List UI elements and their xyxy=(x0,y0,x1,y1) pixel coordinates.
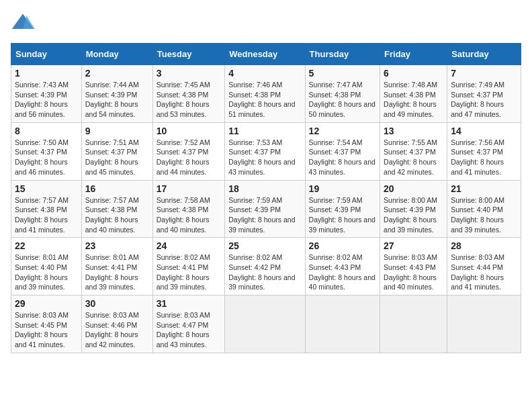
day-number: 31 xyxy=(157,298,222,309)
calendar-cell xyxy=(447,295,521,353)
calendar-cell: 8 Sunrise: 7:50 AM Sunset: 4:37 PM Dayli… xyxy=(11,122,82,180)
day-info: Sunrise: 8:03 AM Sunset: 4:46 PM Dayligh… xyxy=(85,310,149,350)
calendar-cell: 5 Sunrise: 7:47 AM Sunset: 4:38 PM Dayli… xyxy=(305,65,380,123)
day-info: Sunrise: 7:59 AM Sunset: 4:39 PM Dayligh… xyxy=(309,195,376,235)
day-info: Sunrise: 8:02 AM Sunset: 4:41 PM Dayligh… xyxy=(157,253,222,292)
calendar-cell: 12 Sunrise: 7:54 AM Sunset: 4:37 PM Dayl… xyxy=(305,122,380,180)
day-number: 22 xyxy=(15,240,78,251)
day-info: Sunrise: 8:02 AM Sunset: 4:42 PM Dayligh… xyxy=(228,253,301,292)
calendar-week-row: 15 Sunrise: 7:57 AM Sunset: 4:38 PM Dayl… xyxy=(11,180,521,238)
day-number: 13 xyxy=(384,126,443,136)
calendar-cell: 19 Sunrise: 7:59 AM Sunset: 4:39 PM Dayl… xyxy=(305,180,380,238)
weekday-header-monday: Monday xyxy=(81,44,152,65)
weekday-header-friday: Friday xyxy=(380,44,447,65)
calendar-table: SundayMondayTuesdayWednesdayThursdayFrid… xyxy=(11,43,521,353)
calendar-cell: 28 Sunrise: 8:03 AM Sunset: 4:44 PM Dayl… xyxy=(447,238,521,295)
day-number: 19 xyxy=(309,183,376,194)
day-number: 24 xyxy=(157,240,222,251)
calendar-week-row: 29 Sunrise: 8:03 AM Sunset: 4:45 PM Dayl… xyxy=(11,295,521,353)
calendar-cell: 24 Sunrise: 8:02 AM Sunset: 4:41 PM Dayl… xyxy=(152,238,225,295)
calendar-cell: 21 Sunrise: 8:00 AM Sunset: 4:40 PM Dayl… xyxy=(447,180,521,238)
day-number: 11 xyxy=(228,126,301,136)
calendar-cell: 13 Sunrise: 7:55 AM Sunset: 4:37 PM Dayl… xyxy=(380,122,447,180)
day-info: Sunrise: 7:58 AM Sunset: 4:38 PM Dayligh… xyxy=(157,195,222,235)
calendar-cell: 15 Sunrise: 7:57 AM Sunset: 4:38 PM Dayl… xyxy=(11,180,82,238)
calendar-cell: 25 Sunrise: 8:02 AM Sunset: 4:42 PM Dayl… xyxy=(225,238,305,295)
day-info: Sunrise: 7:51 AM Sunset: 4:37 PM Dayligh… xyxy=(85,138,149,177)
day-number: 28 xyxy=(451,240,517,251)
day-number: 5 xyxy=(309,68,376,79)
calendar-week-row: 8 Sunrise: 7:50 AM Sunset: 4:37 PM Dayli… xyxy=(11,122,521,180)
day-number: 18 xyxy=(228,183,301,194)
day-info: Sunrise: 7:50 AM Sunset: 4:37 PM Dayligh… xyxy=(15,138,78,177)
calendar-cell: 9 Sunrise: 7:51 AM Sunset: 4:37 PM Dayli… xyxy=(81,122,152,180)
day-info: Sunrise: 8:03 AM Sunset: 4:45 PM Dayligh… xyxy=(15,310,78,350)
day-number: 2 xyxy=(85,68,149,79)
logo-icon xyxy=(11,11,35,35)
calendar-cell: 26 Sunrise: 8:02 AM Sunset: 4:43 PM Dayl… xyxy=(305,238,380,295)
calendar-cell xyxy=(380,295,447,353)
calendar-cell: 6 Sunrise: 7:48 AM Sunset: 4:38 PM Dayli… xyxy=(380,65,447,123)
day-number: 6 xyxy=(384,68,443,79)
calendar-cell: 3 Sunrise: 7:45 AM Sunset: 4:38 PM Dayli… xyxy=(152,65,225,123)
day-number: 1 xyxy=(15,68,78,79)
day-info: Sunrise: 8:01 AM Sunset: 4:41 PM Dayligh… xyxy=(85,253,149,292)
day-number: 30 xyxy=(85,298,149,309)
calendar-cell: 16 Sunrise: 7:57 AM Sunset: 4:38 PM Dayl… xyxy=(81,180,152,238)
calendar-cell: 14 Sunrise: 7:56 AM Sunset: 4:37 PM Dayl… xyxy=(447,122,521,180)
day-info: Sunrise: 7:56 AM Sunset: 4:37 PM Dayligh… xyxy=(451,138,517,177)
calendar-cell: 1 Sunrise: 7:43 AM Sunset: 4:39 PM Dayli… xyxy=(11,65,82,123)
calendar-cell: 22 Sunrise: 8:01 AM Sunset: 4:40 PM Dayl… xyxy=(11,238,82,295)
day-number: 23 xyxy=(85,240,149,251)
calendar-week-row: 22 Sunrise: 8:01 AM Sunset: 4:40 PM Dayl… xyxy=(11,238,521,295)
calendar-week-row: 1 Sunrise: 7:43 AM Sunset: 4:39 PM Dayli… xyxy=(11,65,521,123)
calendar-cell: 20 Sunrise: 8:00 AM Sunset: 4:39 PM Dayl… xyxy=(380,180,447,238)
day-info: Sunrise: 7:52 AM Sunset: 4:37 PM Dayligh… xyxy=(157,138,222,177)
day-number: 15 xyxy=(15,183,78,194)
day-info: Sunrise: 7:57 AM Sunset: 4:38 PM Dayligh… xyxy=(85,195,149,235)
calendar-cell: 18 Sunrise: 7:59 AM Sunset: 4:39 PM Dayl… xyxy=(225,180,305,238)
logo xyxy=(11,11,38,35)
calendar-cell: 29 Sunrise: 8:03 AM Sunset: 4:45 PM Dayl… xyxy=(11,295,82,353)
day-info: Sunrise: 8:03 AM Sunset: 4:47 PM Dayligh… xyxy=(157,310,222,350)
day-number: 27 xyxy=(384,240,443,251)
calendar-cell: 30 Sunrise: 8:03 AM Sunset: 4:46 PM Dayl… xyxy=(81,295,152,353)
day-info: Sunrise: 7:59 AM Sunset: 4:39 PM Dayligh… xyxy=(228,195,301,235)
weekday-header-thursday: Thursday xyxy=(305,44,380,65)
day-number: 26 xyxy=(309,240,376,251)
weekday-header-sunday: Sunday xyxy=(11,44,82,65)
day-number: 17 xyxy=(157,183,222,194)
day-number: 29 xyxy=(15,298,78,309)
calendar-cell: 31 Sunrise: 8:03 AM Sunset: 4:47 PM Dayl… xyxy=(152,295,225,353)
day-info: Sunrise: 8:01 AM Sunset: 4:40 PM Dayligh… xyxy=(15,253,78,292)
day-number: 10 xyxy=(157,126,222,136)
day-info: Sunrise: 8:03 AM Sunset: 4:43 PM Dayligh… xyxy=(384,253,443,292)
calendar-cell: 23 Sunrise: 8:01 AM Sunset: 4:41 PM Dayl… xyxy=(81,238,152,295)
day-number: 9 xyxy=(85,126,149,136)
day-info: Sunrise: 7:45 AM Sunset: 4:38 PM Dayligh… xyxy=(157,80,222,120)
day-number: 21 xyxy=(451,183,517,194)
day-number: 4 xyxy=(228,68,301,79)
weekday-header-saturday: Saturday xyxy=(447,44,521,65)
weekday-header-wednesday: Wednesday xyxy=(225,44,305,65)
day-info: Sunrise: 7:49 AM Sunset: 4:37 PM Dayligh… xyxy=(451,80,517,120)
calendar-cell: 27 Sunrise: 8:03 AM Sunset: 4:43 PM Dayl… xyxy=(380,238,447,295)
calendar-cell: 4 Sunrise: 7:46 AM Sunset: 4:38 PM Dayli… xyxy=(225,65,305,123)
day-info: Sunrise: 7:48 AM Sunset: 4:38 PM Dayligh… xyxy=(384,80,443,120)
day-info: Sunrise: 7:53 AM Sunset: 4:37 PM Dayligh… xyxy=(228,138,301,177)
calendar-cell: 10 Sunrise: 7:52 AM Sunset: 4:37 PM Dayl… xyxy=(152,122,225,180)
day-info: Sunrise: 7:54 AM Sunset: 4:37 PM Dayligh… xyxy=(309,138,376,177)
day-info: Sunrise: 8:02 AM Sunset: 4:43 PM Dayligh… xyxy=(309,253,376,292)
weekday-header-tuesday: Tuesday xyxy=(152,44,225,65)
day-info: Sunrise: 7:47 AM Sunset: 4:38 PM Dayligh… xyxy=(309,80,376,120)
day-info: Sunrise: 7:57 AM Sunset: 4:38 PM Dayligh… xyxy=(15,195,78,235)
calendar-cell: 7 Sunrise: 7:49 AM Sunset: 4:37 PM Dayli… xyxy=(447,65,521,123)
calendar-cell: 11 Sunrise: 7:53 AM Sunset: 4:37 PM Dayl… xyxy=(225,122,305,180)
day-info: Sunrise: 7:44 AM Sunset: 4:39 PM Dayligh… xyxy=(85,80,149,120)
day-info: Sunrise: 7:43 AM Sunset: 4:39 PM Dayligh… xyxy=(15,80,78,120)
calendar-cell: 2 Sunrise: 7:44 AM Sunset: 4:39 PM Dayli… xyxy=(81,65,152,123)
day-info: Sunrise: 7:46 AM Sunset: 4:38 PM Dayligh… xyxy=(228,80,301,120)
day-info: Sunrise: 8:03 AM Sunset: 4:44 PM Dayligh… xyxy=(451,253,517,292)
day-number: 20 xyxy=(384,183,443,194)
calendar-cell xyxy=(225,295,305,353)
